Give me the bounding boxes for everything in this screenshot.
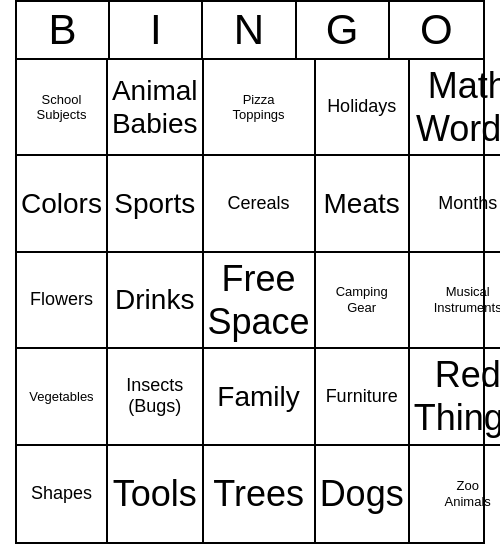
bingo-cell-text-13: Camping Gear [336, 284, 388, 315]
bingo-letter-I: I [110, 2, 203, 58]
bingo-cell-3: Holidays [316, 60, 410, 156]
bingo-cell-text-24: Zoo Animals [445, 478, 491, 509]
bingo-letter-B: B [17, 2, 110, 58]
bingo-cell-14: Musical Instruments [410, 253, 500, 349]
bingo-cell-16: Insects (Bugs) [108, 349, 204, 445]
bingo-cell-8: Meats [316, 156, 410, 252]
bingo-cell-text-21: Tools [113, 472, 197, 515]
bingo-card: BINGO School SubjectsAnimal BabiesPizza … [15, 0, 485, 544]
bingo-cell-text-19: Red Things [414, 353, 500, 439]
bingo-cell-text-8: Meats [324, 187, 400, 221]
bingo-cell-12: Free Space [204, 253, 316, 349]
bingo-cell-6: Sports [108, 156, 204, 252]
bingo-grid: School SubjectsAnimal BabiesPizza Toppin… [17, 60, 483, 542]
bingo-cell-24: Zoo Animals [410, 446, 500, 542]
bingo-cell-text-11: Drinks [115, 283, 194, 317]
bingo-cell-21: Tools [108, 446, 204, 542]
bingo-cell-7: Cereals [204, 156, 316, 252]
bingo-cell-text-10: Flowers [30, 289, 93, 311]
bingo-cell-20: Shapes [17, 446, 108, 542]
bingo-cell-text-12: Free Space [208, 257, 310, 343]
bingo-cell-text-9: Months [438, 193, 497, 215]
bingo-cell-text-6: Sports [114, 187, 195, 221]
bingo-cell-13: Camping Gear [316, 253, 410, 349]
bingo-cell-text-4: Math Words [416, 64, 500, 150]
bingo-cell-23: Dogs [316, 446, 410, 542]
bingo-cell-4: Math Words [410, 60, 500, 156]
bingo-cell-9: Months [410, 156, 500, 252]
bingo-cell-text-17: Family [217, 380, 299, 414]
bingo-cell-text-22: Trees [213, 472, 304, 515]
bingo-cell-17: Family [204, 349, 316, 445]
bingo-cell-text-15: Vegetables [29, 389, 93, 405]
bingo-cell-18: Furniture [316, 349, 410, 445]
bingo-header: BINGO [17, 2, 483, 60]
bingo-letter-N: N [203, 2, 296, 58]
bingo-cell-11: Drinks [108, 253, 204, 349]
bingo-cell-10: Flowers [17, 253, 108, 349]
bingo-cell-text-14: Musical Instruments [434, 284, 500, 315]
bingo-cell-text-1: Animal Babies [112, 74, 198, 141]
bingo-letter-G: G [297, 2, 390, 58]
bingo-letter-O: O [390, 2, 483, 58]
bingo-cell-22: Trees [204, 446, 316, 542]
bingo-cell-text-3: Holidays [327, 96, 396, 118]
bingo-cell-text-16: Insects (Bugs) [126, 375, 183, 418]
bingo-cell-2: Pizza Toppings [204, 60, 316, 156]
bingo-cell-text-5: Colors [21, 187, 102, 221]
bingo-cell-15: Vegetables [17, 349, 108, 445]
bingo-cell-text-20: Shapes [31, 483, 92, 505]
bingo-cell-0: School Subjects [17, 60, 108, 156]
bingo-cell-text-18: Furniture [326, 386, 398, 408]
bingo-cell-5: Colors [17, 156, 108, 252]
bingo-cell-19: Red Things [410, 349, 500, 445]
bingo-cell-text-0: School Subjects [37, 92, 87, 123]
bingo-cell-text-7: Cereals [228, 193, 290, 215]
bingo-cell-text-23: Dogs [320, 472, 404, 515]
bingo-cell-text-2: Pizza Toppings [233, 92, 285, 123]
bingo-cell-1: Animal Babies [108, 60, 204, 156]
